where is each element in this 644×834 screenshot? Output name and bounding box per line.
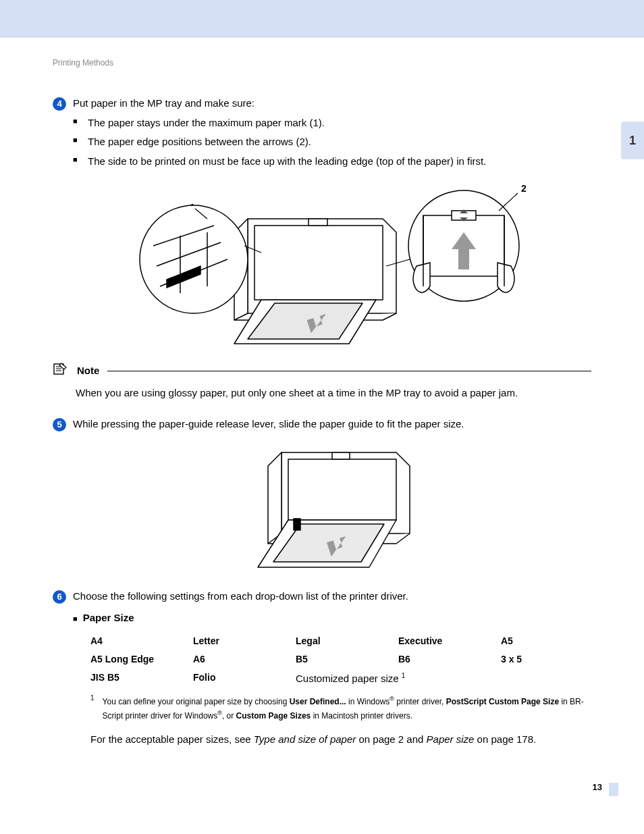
step-5-text: While pressing the paper-guide release l… <box>73 417 591 432</box>
size-cell: B6 <box>398 652 501 667</box>
footnote-text: You can define your original paper size … <box>103 694 591 723</box>
page-number-tab <box>609 783 618 796</box>
size-cell: A5 Long Edge <box>90 652 193 667</box>
table-row: JIS B5 Folio Customized paper size 1 <box>90 671 603 687</box>
step-number-badge: 6 <box>53 590 66 604</box>
cross-reference: For the acceptable paper sizes, see Type… <box>90 732 591 748</box>
svg-line-10 <box>499 193 518 211</box>
size-cell: JIS B5 <box>90 671 193 687</box>
note-text: When you are using glossy paper, put onl… <box>76 386 591 401</box>
step-4-bullets: The paper stays under the maximum paper … <box>73 115 591 170</box>
square-bullet-icon: ■ <box>73 615 78 623</box>
note-block: Note When you are using glossy paper, pu… <box>53 362 591 400</box>
size-cell: Folio <box>193 671 296 687</box>
note-divider <box>107 371 591 371</box>
footnote: 1 You can define your original paper siz… <box>90 694 591 723</box>
size-cell: Legal <box>296 634 398 648</box>
breadcrumb: Printing Methods <box>53 57 591 69</box>
size-cell: A4 <box>90 634 193 648</box>
step-4: 4 Put paper in the MP tray and make sure… <box>53 96 591 111</box>
size-cell: Executive <box>398 634 501 648</box>
step-number-badge: 5 <box>53 418 66 432</box>
step-4-illustration: 1 2 <box>53 178 591 347</box>
note-title: Note <box>77 363 99 379</box>
svg-rect-0 <box>254 226 383 300</box>
size-cell-custom: Customized paper size 1 <box>296 671 603 687</box>
printer-mp-tray-diagram: 1 2 <box>106 178 538 347</box>
footnote-number: 1 <box>90 693 95 721</box>
step-5: 5 While pressing the paper-guide release… <box>53 417 591 432</box>
step-5-illustration <box>53 439 591 574</box>
callout-2-label: 2 <box>521 183 527 194</box>
table-row: A5 Long Edge A6 B5 B6 3 x 5 <box>90 652 603 667</box>
svg-rect-16 <box>288 459 396 520</box>
size-cell: B5 <box>296 652 398 667</box>
table-row: A4 Letter Legal Executive A5 <box>90 634 603 648</box>
step-4-intro: Put paper in the MP tray and make sure: <box>73 96 591 111</box>
chapter-tab: 1 <box>621 122 644 159</box>
step-6: 6 Choose the following settings from eac… <box>53 589 591 604</box>
note-icon <box>53 362 68 380</box>
page-number: 13 <box>593 781 602 794</box>
step-6-text: Choose the following settings from each … <box>73 589 591 604</box>
bullet-item: The side to be printed on must be face u… <box>73 154 591 170</box>
paper-size-table: A4 Letter Legal Executive A5 A5 Long Edg… <box>90 634 603 687</box>
printer-guide-diagram <box>221 439 423 574</box>
size-cell: Letter <box>193 634 296 648</box>
svg-rect-1 <box>308 219 327 226</box>
size-cell: A5 <box>501 634 603 648</box>
paper-size-heading: ■Paper Size <box>73 610 591 626</box>
size-cell: 3 x 5 <box>501 652 603 667</box>
size-cell: A6 <box>193 652 296 667</box>
step-number-badge: 4 <box>53 97 66 111</box>
svg-rect-17 <box>332 452 350 459</box>
bullet-item: The paper stays under the maximum paper … <box>73 115 591 131</box>
svg-point-2 <box>140 205 248 313</box>
page-content: Printing Methods 4 Put paper in the MP t… <box>0 38 644 748</box>
bullet-item: The paper edge positions between the arr… <box>73 134 591 150</box>
header-bar <box>0 0 644 38</box>
paper-size-label: Paper Size <box>83 612 134 623</box>
